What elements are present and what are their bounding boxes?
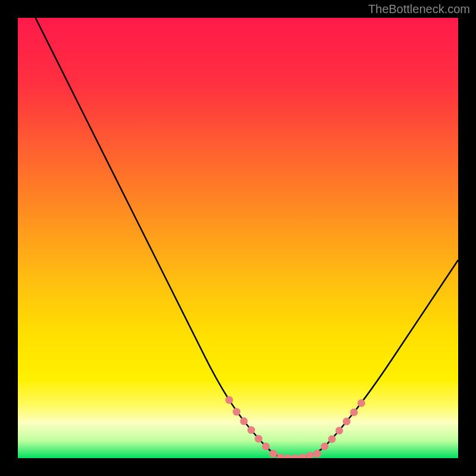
highlight-dot xyxy=(233,408,240,416)
highlight-dot xyxy=(328,435,336,443)
highlight-dot xyxy=(226,396,233,404)
plot-area xyxy=(18,18,458,458)
highlight-dot xyxy=(277,453,284,458)
highlight-dot xyxy=(299,453,306,458)
highlight-dot xyxy=(343,418,350,425)
highlight-dot xyxy=(270,450,277,458)
highlight-dot xyxy=(321,443,328,450)
highlight-dot xyxy=(284,455,292,459)
highlight-dot xyxy=(314,450,321,458)
highlight-dot xyxy=(358,399,365,407)
highlight-dot xyxy=(336,427,343,434)
chart-container: TheBottleneck.com xyxy=(0,0,476,476)
highlight-dot xyxy=(350,408,358,416)
bottleneck-curve xyxy=(36,18,458,458)
curve-layer xyxy=(18,18,458,458)
highlight-dot xyxy=(262,443,270,450)
watermark-text: TheBottleneck.com xyxy=(368,2,470,16)
highlight-dot xyxy=(306,452,314,458)
highlight-dots xyxy=(226,396,365,458)
highlight-dot xyxy=(248,426,255,434)
highlight-dot xyxy=(292,455,299,459)
highlight-dot xyxy=(255,435,262,443)
highlight-dot xyxy=(240,417,248,425)
